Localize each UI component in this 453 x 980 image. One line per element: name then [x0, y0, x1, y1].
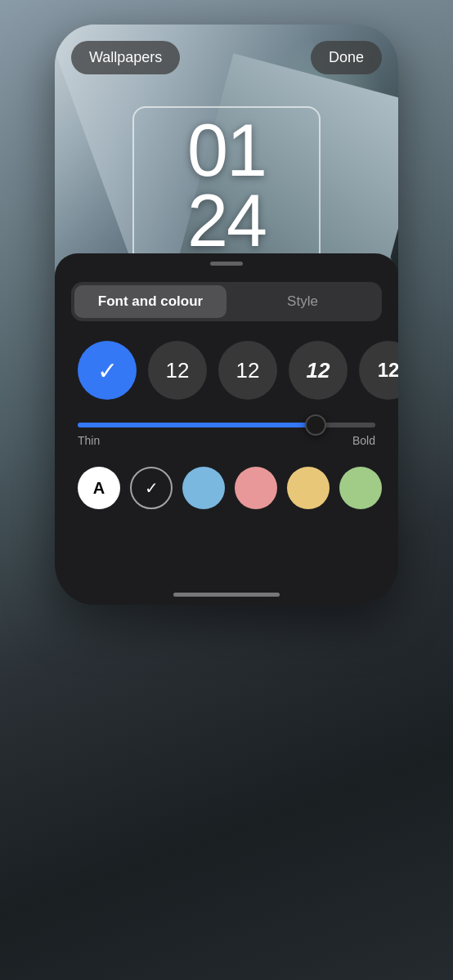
clock-display: 01 24 — [150, 116, 303, 256]
weight-slider-thumb[interactable] — [305, 414, 326, 436]
font-option-medium[interactable]: 12 — [289, 341, 348, 400]
tab-font-colour[interactable]: Font and colour — [74, 285, 226, 318]
font-option-bold[interactable]: 12 — [359, 341, 398, 400]
color-options-row: A ✓ — [71, 467, 382, 509]
clock-minute: 24 — [187, 180, 266, 262]
slider-label-thin: Thin — [78, 434, 100, 447]
sheet-handle — [210, 262, 243, 266]
color-option-green[interactable] — [339, 467, 382, 509]
font-options-row: ✓ 12 12 12 12 — [71, 341, 382, 400]
bottom-sheet: Font and colour Style ✓ 12 12 12 12 — [55, 253, 398, 605]
color-option-white[interactable]: A — [78, 467, 120, 509]
slider-labels: Thin Bold — [78, 434, 375, 447]
font-option-thin[interactable]: 12 — [148, 341, 207, 400]
font-option-selected[interactable]: ✓ — [78, 341, 137, 400]
phone-mockup: Wallpapers Done 01 24 Tue 26 November 🌥 … — [55, 25, 398, 605]
wallpapers-button[interactable]: Wallpapers — [71, 41, 180, 74]
check-icon: ✓ — [97, 356, 118, 385]
color-option-pink[interactable] — [235, 467, 277, 509]
home-indicator — [173, 593, 280, 597]
color-option-blue[interactable] — [182, 467, 225, 509]
outline-check-icon: ✓ — [145, 478, 159, 498]
color-option-peach[interactable] — [287, 467, 330, 509]
tab-bar: Font and colour Style — [71, 282, 382, 321]
weight-slider-track[interactable] — [78, 423, 375, 427]
color-option-outline[interactable]: ✓ — [130, 467, 173, 509]
done-button[interactable]: Done — [311, 41, 382, 74]
slider-label-bold: Bold — [352, 434, 375, 447]
font-option-regular[interactable]: 12 — [218, 341, 277, 400]
top-bar: Wallpapers Done — [55, 41, 398, 74]
letter-a: A — [93, 479, 105, 498]
tab-style[interactable]: Style — [226, 285, 379, 318]
weight-slider-section: Thin Bold — [71, 423, 382, 447]
